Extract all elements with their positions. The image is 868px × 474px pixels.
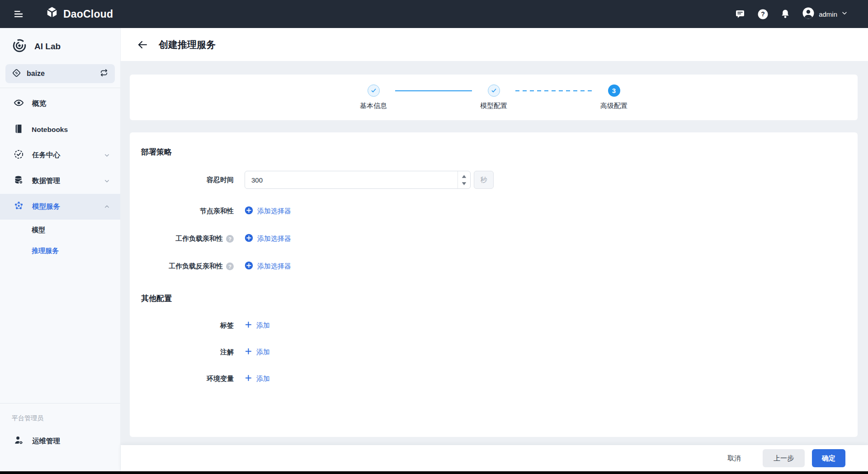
workload-affinity-label: 工作负载亲和性 ?	[141, 235, 234, 243]
step-advanced-config: 3 高级配置	[592, 84, 636, 110]
add-annotation-button[interactable]: 添加	[245, 347, 270, 357]
sidebar: AI Lab baize 概览 Notebooks	[0, 28, 121, 474]
sidebar-subitem-models[interactable]: 模型	[0, 220, 120, 240]
env-vars-label: 环境变量	[141, 375, 234, 383]
notifications-bell-icon[interactable]	[779, 8, 792, 20]
sidebar-item-overview[interactable]: 概览	[0, 91, 120, 117]
message-icon[interactable]	[734, 8, 746, 20]
help-icon[interactable]: ?	[756, 8, 769, 20]
sidebar-subitem-inference-services[interactable]: 推理服务	[0, 240, 120, 261]
bottom-edge-strip	[0, 471, 868, 474]
sidebar-item-label: 数据管理	[32, 176, 60, 186]
sidebar-item-label: 概览	[32, 99, 46, 108]
back-arrow-icon[interactable]	[136, 38, 149, 51]
env-vars-row: 环境变量 添加	[141, 374, 840, 384]
brand[interactable]: DaoCloud	[45, 6, 113, 22]
eye-icon	[14, 98, 24, 110]
add-annotation-text: 添加	[256, 348, 270, 357]
product-header[interactable]: AI Lab	[0, 28, 120, 64]
sidebar-item-label: 任务中心	[32, 150, 60, 160]
plus-icon	[245, 347, 252, 357]
spinner-up-icon[interactable]	[461, 174, 468, 179]
wizard-footer: 取消 上一步 确定	[121, 445, 868, 471]
step-basic-info: 基本信息	[352, 84, 395, 110]
sidebar-item-ops-management[interactable]: 运维管理	[0, 430, 120, 452]
workspace-icon	[12, 68, 21, 80]
username: admin	[819, 10, 837, 18]
workload-anti-affinity-label: 工作负载反亲和性 ?	[141, 262, 234, 271]
number-spinner	[458, 171, 470, 188]
help-icon[interactable]: ?	[226, 235, 234, 243]
form-card: 部署策略 容忍时间	[130, 132, 858, 437]
section-heading-deploy: 部署策略	[141, 147, 840, 157]
tolerance-input[interactable]	[245, 171, 471, 189]
sidebar-item-notebooks[interactable]: Notebooks	[0, 117, 120, 142]
add-label-button[interactable]: 添加	[245, 321, 270, 330]
workload-affinity-row: 工作负载亲和性 ? 添加选择器	[141, 234, 840, 244]
add-selector-button[interactable]: 添加选择器	[245, 234, 291, 244]
step-label: 高级配置	[600, 102, 627, 110]
stepper-card: 基本信息 模型配置 3 高级配置	[130, 75, 858, 120]
circle-plus-icon	[245, 206, 253, 216]
confirm-button[interactable]: 确定	[812, 449, 845, 467]
topbar-actions: ? admin	[734, 6, 868, 22]
sidebar-divider	[0, 88, 120, 88]
plus-icon	[245, 374, 252, 384]
circle-plus-icon	[245, 234, 253, 244]
add-selector-label: 添加选择器	[257, 262, 291, 271]
page-titlebar: 创建推理服务	[121, 28, 868, 61]
avatar-icon	[802, 6, 815, 22]
task-check-icon	[14, 149, 24, 161]
sidebar-item-label: 模型服务	[32, 202, 60, 211]
add-selector-button[interactable]: 添加选择器	[245, 206, 291, 216]
add-selector-label: 添加选择器	[257, 207, 291, 216]
step-done-check-icon	[488, 84, 500, 97]
step-label: 模型配置	[480, 102, 507, 110]
main-area: 创建推理服务 基本信息 模型配置	[121, 28, 868, 474]
workspace-switcher[interactable]: baize	[5, 64, 115, 83]
step-label: 基本信息	[360, 102, 387, 110]
section-heading-other: 其他配置	[141, 293, 840, 304]
chevron-up-icon	[104, 203, 110, 210]
previous-step-button[interactable]: 上一步	[763, 449, 805, 467]
product-name: AI Lab	[34, 42, 61, 52]
sidebar-item-data-management[interactable]: 数据管理	[0, 168, 120, 194]
tolerance-row: 容忍时间 秒	[141, 171, 840, 189]
sidebar-item-label: 运维管理	[32, 436, 60, 446]
labels-row: 标签 添加	[141, 321, 840, 330]
chevron-down-icon	[841, 9, 848, 19]
workload-anti-affinity-row: 工作负载反亲和性 ? 添加选择器	[141, 261, 840, 272]
chevron-down-icon	[104, 152, 110, 159]
add-env-var-text: 添加	[256, 375, 270, 383]
switch-workspace-icon[interactable]	[99, 68, 108, 79]
sidebar-item-task-center[interactable]: 任务中心	[0, 142, 120, 168]
add-env-var-button[interactable]: 添加	[245, 374, 270, 384]
step-model-config: 模型配置	[472, 84, 515, 110]
add-label-text: 添加	[256, 321, 270, 330]
plus-icon	[245, 321, 252, 330]
step-number: 3	[608, 84, 620, 97]
step-connector	[395, 90, 472, 91]
menu-toggle-icon[interactable]	[11, 6, 26, 22]
sidebar-bottom-group: 平台管理员 运维管理	[0, 399, 120, 452]
sidebar-item-label: Notebooks	[32, 126, 68, 134]
notebook-icon	[14, 124, 24, 136]
node-affinity-label: 节点亲和性	[141, 207, 234, 216]
cancel-button[interactable]: 取消	[720, 449, 748, 467]
svg-text:?: ?	[761, 10, 765, 18]
step-done-check-icon	[368, 84, 380, 97]
add-selector-button[interactable]: 添加选择器	[245, 261, 291, 272]
annotations-row: 注解 添加	[141, 347, 840, 357]
daocloud-logo-icon	[45, 6, 59, 22]
help-icon[interactable]: ?	[226, 263, 234, 270]
sidebar-divider	[0, 403, 120, 404]
tolerance-input-wrap	[245, 171, 471, 189]
step-connector-dashed	[515, 90, 592, 91]
admin-user-gear-icon	[14, 435, 24, 447]
user-menu[interactable]: admin	[802, 6, 848, 22]
labels-label: 标签	[141, 321, 234, 330]
chevron-down-icon	[104, 178, 110, 184]
model-nodes-icon	[14, 201, 24, 213]
spinner-down-icon[interactable]	[461, 181, 468, 186]
sidebar-item-model-services[interactable]: 模型服务	[0, 194, 120, 220]
